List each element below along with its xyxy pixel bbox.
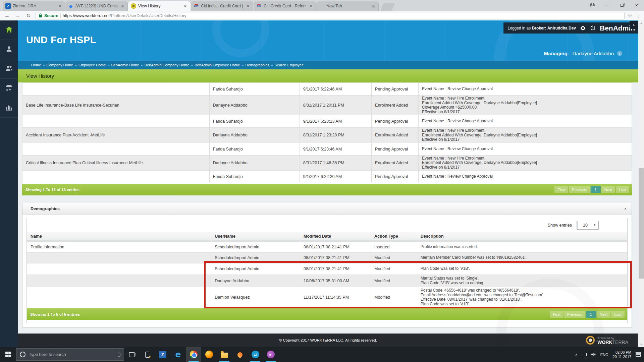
action-cell: Enrollment Added — [372, 128, 419, 143]
page-scrollbar[interactable]: ▲ ▼ — [638, 20, 644, 347]
users-icon — [5, 64, 13, 74]
address-bar[interactable]: Secure https://www.workterra.net/Platfor… — [36, 12, 625, 19]
tab-close-icon[interactable]: ✕ — [246, 4, 251, 9]
url-text: https://www.workterra.net/Platform/UserD… — [63, 13, 186, 18]
firefox-icon[interactable] — [201, 347, 217, 362]
breadcrumb-item[interactable]: Home — [31, 63, 41, 67]
demographics-header[interactable]: Demographics ∧ — [22, 203, 632, 215]
pagination-last-button[interactable]: Last — [611, 311, 625, 318]
breadcrumb-item[interactable]: BenAdmin Company Home — [145, 63, 189, 67]
table-row: Farida Suhardjo9/1/2017 6:23:13 AMPendin… — [22, 115, 632, 128]
column-header[interactable]: UserName — [211, 232, 300, 240]
sidebar-item-benefits[interactable]: $♥ — [0, 79, 18, 98]
tab-close-icon[interactable]: ✕ — [308, 4, 313, 9]
show-entries-select[interactable]: 10 ▼ — [577, 221, 599, 230]
breadcrumb-item[interactable]: Demographics — [245, 63, 269, 67]
browser-tab[interactable]: View History✕ — [128, 1, 191, 11]
browser-menu-icon[interactable]: ⋮ — [636, 13, 641, 19]
browser-profile-icon[interactable] — [585, 0, 600, 10]
media-player-icon[interactable]: ▶ — [263, 347, 278, 362]
table-row: Farida Suhardjo9/1/2017 6:22:20 AMPendin… — [22, 171, 632, 183]
network-icon[interactable] — [582, 353, 587, 356]
tab-title: Zimbra: JIRA — [13, 4, 55, 8]
close-button[interactable]: × — [629, 0, 644, 10]
pagination-first-button[interactable]: First — [550, 311, 563, 318]
pagination-next-button[interactable]: Next — [601, 186, 615, 193]
pagination-last-button[interactable]: Last — [616, 186, 629, 193]
chrome-icon[interactable] — [186, 347, 201, 362]
breadcrumb-item[interactable]: Search Employee — [275, 63, 304, 67]
zimbra-icon[interactable]: Z — [155, 347, 170, 362]
speaker-icon[interactable] — [591, 352, 596, 357]
breadcrumb-item[interactable]: Employee Home — [78, 63, 106, 67]
table-row: Critical Illness Insurance Plan-Critical… — [22, 155, 632, 171]
description-cell: Event Name : New Hire EnrollmentEnrollme… — [419, 96, 632, 115]
phone-tools-icon[interactable] — [140, 347, 155, 362]
pagination-first-button[interactable]: First — [554, 186, 568, 193]
sidebar-item-home[interactable] — [0, 20, 18, 40]
edge-icon[interactable]: e — [170, 347, 186, 362]
new-tab-button[interactable] — [380, 3, 395, 11]
scroll-up-arrow[interactable]: ▲ — [638, 20, 644, 26]
column-header[interactable]: Name — [27, 232, 211, 240]
tab-close-icon[interactable]: ✕ — [120, 4, 125, 9]
breadcrumb-collapse-button[interactable]: ∧ — [630, 21, 638, 29]
column-header[interactable]: Description — [417, 232, 627, 240]
column-header[interactable]: Modified Date — [300, 232, 371, 240]
scroll-down-arrow[interactable]: ▼ — [638, 342, 644, 347]
tab-title: View History — [138, 4, 181, 8]
tab-close-icon[interactable]: ✕ — [57, 4, 62, 9]
file-explorer-icon[interactable] — [217, 347, 232, 362]
name-cell — [22, 83, 210, 96]
browser-tab[interactable]: New Tab✕ — [316, 1, 379, 11]
browser-tab[interactable]: citiCiti India - Credit Card | L✕ — [191, 1, 253, 11]
search-placeholder: Type here to search — [29, 352, 114, 357]
restore-button[interactable] — [614, 0, 629, 10]
name-cell: Critical Illness Insurance Plan-Critical… — [22, 155, 210, 171]
clock[interactable]: 02:06 PM 20-11-2017 — [613, 350, 631, 359]
action-center-icon[interactable] — [636, 352, 641, 357]
settings-gear-icon[interactable] — [580, 25, 586, 32]
taskbar-search-input[interactable]: Type here to search — [16, 348, 124, 361]
managing-employee[interactable]: Darlayne Addabbo — [573, 51, 614, 56]
info-icon[interactable]: i — [617, 51, 622, 56]
minimize-button[interactable] — [600, 0, 614, 10]
reload-button[interactable]: ↻ — [25, 12, 32, 19]
back-button[interactable]: ← — [3, 13, 11, 19]
bookmark-star-icon[interactable]: ☆ — [628, 13, 632, 19]
task-view-icon[interactable] — [124, 347, 140, 362]
start-button[interactable] — [0, 347, 16, 362]
pagination-1-button[interactable]: 1 — [586, 311, 596, 318]
browser-tab[interactable]: citiCiti Credit Card - Referra✕ — [254, 1, 316, 11]
description-cell: Event Name : Review Change Approval — [419, 83, 632, 96]
action-cell: Pending Approval — [372, 143, 419, 155]
chart-icon — [5, 104, 13, 112]
collapse-chevron-icon[interactable]: ∧ — [624, 206, 627, 211]
user-cell: Farida Suhardjo — [209, 83, 300, 96]
breadcrumb-item[interactable]: BenAdmin Employee Home — [195, 63, 240, 67]
microphone-icon[interactable] — [118, 353, 120, 357]
pagination-next-button[interactable]: Next — [597, 311, 611, 318]
tray-expand-icon[interactable]: ∧ — [575, 353, 577, 356]
column-header[interactable]: Action Type — [371, 232, 417, 240]
breadcrumb-item[interactable]: BenAdmin Home — [111, 63, 139, 67]
sidebar-item-users[interactable] — [0, 59, 18, 79]
tab-close-icon[interactable]: ✕ — [183, 4, 188, 9]
breadcrumb-item[interactable]: Company Home — [46, 63, 73, 67]
login-strip: Logged in as Broker: Aniruddha Dev BenAd… — [503, 22, 638, 34]
browser-tab[interactable]: ZZimbra: JIRA✕ — [3, 1, 65, 11]
pagination-previous-button[interactable]: Previous — [569, 186, 590, 193]
pagination-1-button[interactable]: 1 — [591, 186, 601, 193]
flame-app-icon[interactable] — [232, 347, 248, 362]
pagination-previous-button[interactable]: Previous — [564, 311, 585, 318]
language-indicator[interactable]: ENG — [600, 353, 608, 357]
tab-close-icon[interactable]: ✕ — [371, 4, 376, 9]
browser-tab[interactable]: ◆[WT-12223] UND Critical✕ — [65, 1, 128, 11]
sidebar-item-chart[interactable] — [0, 98, 18, 118]
forward-button[interactable]: → — [14, 13, 21, 19]
scrollbar-thumb[interactable] — [639, 168, 644, 279]
logout-power-icon[interactable] — [590, 25, 596, 32]
breadcrumb-separator: » — [107, 63, 109, 67]
sync-app-icon[interactable]: ⇄ — [248, 347, 263, 362]
sidebar-item-user[interactable] — [0, 40, 18, 59]
